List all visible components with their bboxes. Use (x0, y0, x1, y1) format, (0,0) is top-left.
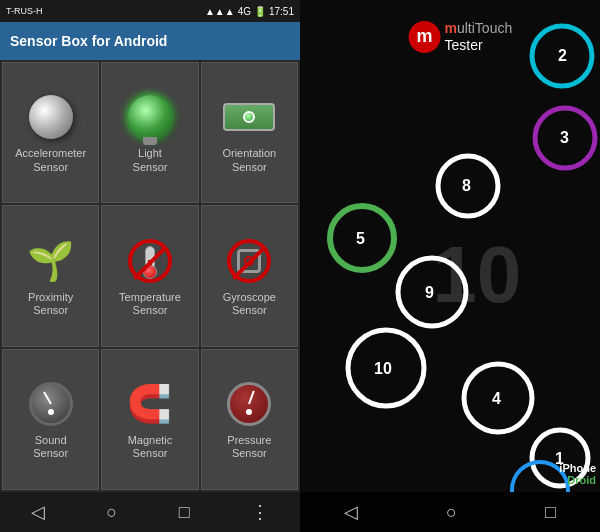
temperature-label: TemperatureSensor (119, 291, 181, 317)
sensor-sound[interactable]: SoundSensor (2, 349, 99, 490)
sensor-gyroscope[interactable]: GyroscopeSensor (201, 205, 298, 346)
app-header: Sensor Box for Android (0, 22, 300, 60)
gyro-no-sign (227, 239, 271, 283)
magnetic-icon: 🧲 (124, 378, 176, 430)
temperature-icon (124, 235, 176, 287)
accelerometer-label: AccelerometerSensor (15, 147, 86, 173)
right-back-button[interactable]: ◁ (344, 501, 358, 523)
watermark-droid: Droid (567, 474, 596, 486)
right-recent-button[interactable]: □ (545, 502, 556, 523)
sensor-accelerometer[interactable]: AccelerometerSensor (2, 62, 99, 203)
sensor-temperature[interactable]: TemperatureSensor (101, 205, 198, 346)
pressure-gauge (227, 382, 271, 426)
touch-circles-svg: 2 3 8 5 9 10 4 1 (300, 0, 600, 492)
pressure-needle (248, 391, 255, 405)
light-icon (124, 91, 176, 143)
orientation-label: OrientationSensor (222, 147, 276, 173)
menu-button[interactable]: ⋮ (241, 497, 279, 527)
status-left: T-RUS-H (6, 6, 43, 16)
accelerometer-icon (25, 91, 77, 143)
recent-button[interactable]: □ (169, 498, 200, 527)
sensor-grid: AccelerometerSensor LightSensor Orientat… (0, 60, 300, 492)
right-panel: m multiTouch Tester 10 2 3 8 5 9 10 (300, 0, 600, 532)
right-home-button[interactable]: ○ (446, 502, 457, 523)
magnet-emoji: 🧲 (127, 383, 172, 425)
touch-2-label: 2 (558, 47, 567, 64)
level-bubble (243, 111, 255, 123)
proximity-label: ProximitySensor (28, 291, 73, 317)
sound-needle (43, 392, 52, 405)
magnetic-label: MagneticSensor (128, 434, 173, 460)
status-right: ▲▲▲ 4G 🔋 17:51 (205, 6, 294, 17)
status-bar: T-RUS-H ▲▲▲ 4G 🔋 17:51 (0, 0, 300, 22)
touch-8-label: 8 (462, 177, 471, 194)
pressure-label: PressureSensor (227, 434, 271, 460)
light-lamp (128, 95, 172, 139)
light-label: LightSensor (133, 147, 168, 173)
sound-icon (25, 378, 77, 430)
home-button[interactable]: ○ (96, 498, 127, 527)
sensor-pressure[interactable]: PressureSensor (201, 349, 298, 490)
gyroscope-icon (223, 235, 275, 287)
accel-ball (29, 95, 73, 139)
touch-9-label: 9 (425, 284, 434, 301)
network-type: 4G (238, 6, 251, 17)
right-bottom-nav: ◁ ○ □ (300, 492, 600, 532)
watermark: iPhone Droid (559, 462, 596, 486)
sensor-magnetic[interactable]: 🧲 MagneticSensor (101, 349, 198, 490)
carrier-text: T-RUS-H (6, 6, 43, 16)
app-title: Sensor Box for Android (10, 33, 167, 49)
touch-3-label: 3 (560, 129, 569, 146)
sprout-icon: 🌱 (27, 239, 74, 283)
sensor-orientation[interactable]: OrientationSensor (201, 62, 298, 203)
orientation-icon (223, 91, 275, 143)
proximity-icon: 🌱 (25, 235, 77, 287)
touch-5-label: 5 (356, 230, 365, 247)
back-button[interactable]: ◁ (21, 497, 55, 527)
no-sign (128, 239, 172, 283)
gyroscope-label: GyroscopeSensor (223, 291, 276, 317)
left-panel: T-RUS-H ▲▲▲ 4G 🔋 17:51 Sensor Box for An… (0, 0, 300, 532)
pressure-icon (223, 378, 275, 430)
time-display: 17:51 (269, 6, 294, 17)
watermark-iphone: iPhone (559, 462, 596, 474)
bottom-nav: ◁ ○ □ ⋮ (0, 492, 300, 532)
signal-icon: ▲▲▲ (205, 6, 235, 17)
sound-label: SoundSensor (33, 434, 68, 460)
touch-4-label: 4 (492, 390, 501, 407)
sound-gauge (29, 382, 73, 426)
sensor-light[interactable]: LightSensor (101, 62, 198, 203)
touch-10-label: 10 (374, 360, 392, 377)
sensor-proximity[interactable]: 🌱 ProximitySensor (2, 205, 99, 346)
battery-icon: 🔋 (254, 6, 266, 17)
level-icon (223, 103, 275, 131)
